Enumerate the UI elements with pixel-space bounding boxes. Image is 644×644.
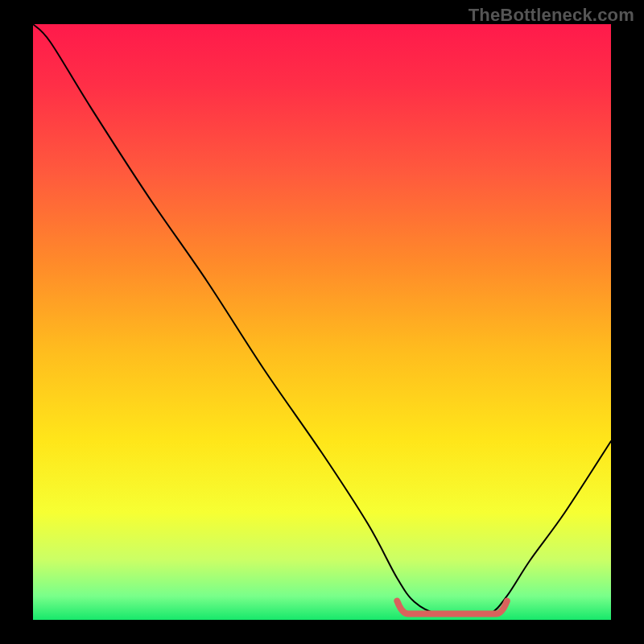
chart-container: TheBottleneck.com bbox=[0, 0, 644, 644]
bottleneck-chart-svg bbox=[33, 24, 611, 620]
plot-area bbox=[33, 24, 611, 620]
watermark-text: TheBottleneck.com bbox=[469, 5, 634, 26]
gradient-background bbox=[33, 24, 611, 620]
